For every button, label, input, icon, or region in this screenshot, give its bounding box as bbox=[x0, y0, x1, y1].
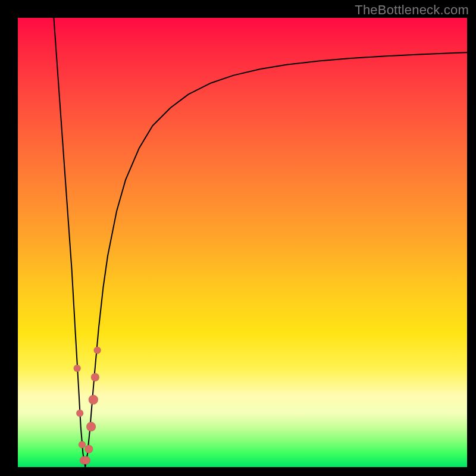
bottleneck-curve bbox=[54, 18, 467, 467]
marker-point bbox=[91, 373, 99, 381]
chart-svg bbox=[18, 18, 467, 467]
marker-point bbox=[84, 445, 93, 453]
marker-point bbox=[82, 456, 90, 465]
marker-point bbox=[79, 441, 86, 448]
marker-point bbox=[76, 409, 83, 416]
marker-point bbox=[94, 347, 101, 354]
marker-point bbox=[89, 395, 98, 405]
watermark-text: TheBottleneck.com bbox=[355, 2, 469, 18]
marker-point bbox=[74, 365, 81, 372]
plot-area bbox=[18, 18, 467, 467]
chart-frame: TheBottleneck.com bbox=[0, 0, 476, 476]
marker-point bbox=[86, 422, 96, 431]
